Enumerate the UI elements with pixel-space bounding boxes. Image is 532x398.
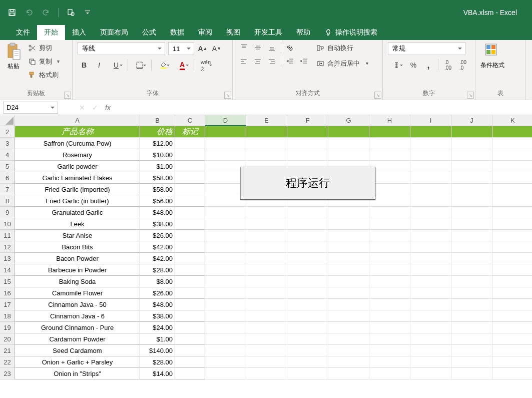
cell[interactable]: Bacon Bits bbox=[15, 241, 140, 253]
cell[interactable]: 产品名称 bbox=[15, 126, 140, 138]
col-header-J[interactable]: J bbox=[451, 115, 492, 126]
row-header[interactable]: 16 bbox=[0, 287, 15, 299]
tab-formulas[interactable]: 公式 bbox=[135, 25, 163, 40]
cell[interactable] bbox=[410, 356, 451, 368]
row-header[interactable]: 7 bbox=[0, 184, 15, 195]
paste-button[interactable]: 粘贴 bbox=[5, 42, 22, 71]
cell[interactable] bbox=[369, 126, 410, 138]
cell[interactable] bbox=[328, 333, 369, 345]
cell[interactable] bbox=[369, 264, 410, 276]
cell[interactable] bbox=[287, 264, 328, 276]
formula-input[interactable] bbox=[115, 102, 532, 114]
row-header[interactable]: 6 bbox=[0, 172, 15, 184]
cell[interactable] bbox=[451, 195, 492, 207]
cell[interactable] bbox=[205, 299, 246, 310]
cell[interactable] bbox=[369, 310, 410, 322]
cell[interactable]: Garlic Laminated Flakes bbox=[15, 172, 140, 184]
cell[interactable] bbox=[451, 356, 492, 368]
cell[interactable] bbox=[175, 149, 205, 161]
cell[interactable] bbox=[410, 172, 451, 184]
cell[interactable]: $58.00 bbox=[140, 184, 175, 195]
cell[interactable]: Cinnamon Java - 50 bbox=[15, 299, 140, 310]
font-name-select[interactable]: 等线 bbox=[78, 42, 165, 55]
cells[interactable]: 产品名称价格标记Saffron (Curcuma Pow)$12.00Rosem… bbox=[15, 126, 532, 379]
cell[interactable] bbox=[492, 149, 532, 161]
cell[interactable] bbox=[492, 333, 532, 345]
cell[interactable]: Cardamom Powder bbox=[15, 333, 140, 345]
cell[interactable] bbox=[175, 333, 205, 345]
cell[interactable] bbox=[205, 310, 246, 322]
tab-review[interactable]: 审阅 bbox=[191, 25, 219, 40]
save-icon[interactable] bbox=[5, 6, 19, 20]
row-header[interactable]: 3 bbox=[0, 138, 15, 149]
cell[interactable] bbox=[246, 310, 287, 322]
cell[interactable] bbox=[451, 333, 492, 345]
cell[interactable] bbox=[205, 207, 246, 218]
cell[interactable] bbox=[246, 287, 287, 299]
col-header-D[interactable]: D bbox=[205, 115, 246, 126]
underline-button[interactable]: U bbox=[108, 59, 125, 71]
cell[interactable] bbox=[175, 207, 205, 218]
align-left-icon[interactable] bbox=[238, 56, 250, 67]
cell[interactable] bbox=[369, 299, 410, 310]
cell[interactable]: 价格 bbox=[140, 126, 175, 138]
cell[interactable]: $1.00 bbox=[140, 161, 175, 172]
cell[interactable] bbox=[175, 356, 205, 368]
cell[interactable] bbox=[328, 276, 369, 287]
print-preview-icon[interactable] bbox=[64, 6, 78, 20]
col-header-H[interactable]: H bbox=[369, 115, 410, 126]
cell[interactable] bbox=[451, 310, 492, 322]
cell[interactable] bbox=[175, 172, 205, 184]
cell[interactable]: $28.00 bbox=[140, 356, 175, 368]
orientation-icon[interactable]: ab bbox=[284, 42, 296, 53]
cell[interactable]: Granulated Garlic bbox=[15, 207, 140, 218]
cell[interactable] bbox=[246, 299, 287, 310]
cell[interactable] bbox=[287, 322, 328, 333]
col-header-G[interactable]: G bbox=[328, 115, 369, 126]
tab-page-layout[interactable]: 页面布局 bbox=[93, 25, 135, 40]
cell[interactable] bbox=[410, 264, 451, 276]
cell[interactable] bbox=[451, 161, 492, 172]
cell[interactable] bbox=[369, 287, 410, 299]
col-header-C[interactable]: C bbox=[175, 115, 205, 126]
cell[interactable]: $26.00 bbox=[140, 287, 175, 299]
cell[interactable] bbox=[328, 264, 369, 276]
cell[interactable] bbox=[287, 345, 328, 356]
col-header-A[interactable]: A bbox=[15, 115, 140, 126]
cell[interactable] bbox=[246, 149, 287, 161]
cell[interactable]: $8.00 bbox=[140, 276, 175, 287]
cell[interactable] bbox=[205, 218, 246, 230]
cell[interactable] bbox=[492, 264, 532, 276]
tab-insert[interactable]: 插入 bbox=[65, 25, 93, 40]
cell[interactable]: Star Anise bbox=[15, 230, 140, 241]
cell[interactable] bbox=[287, 356, 328, 368]
cell[interactable] bbox=[410, 368, 451, 379]
tell-me[interactable]: 操作说明搜索 bbox=[317, 25, 384, 40]
cell[interactable]: Saffron (Curcuma Pow) bbox=[15, 138, 140, 149]
cell[interactable] bbox=[175, 253, 205, 264]
cell[interactable] bbox=[246, 138, 287, 149]
row-header[interactable]: 17 bbox=[0, 299, 15, 310]
cell[interactable]: Rosemary bbox=[15, 149, 140, 161]
row-header[interactable]: 21 bbox=[0, 345, 15, 356]
cell[interactable] bbox=[492, 172, 532, 184]
format-painter-button[interactable]: 格式刷 bbox=[26, 69, 63, 81]
col-header-F[interactable]: F bbox=[287, 115, 328, 126]
cell[interactable] bbox=[328, 345, 369, 356]
cell[interactable] bbox=[328, 253, 369, 264]
col-header-E[interactable]: E bbox=[246, 115, 287, 126]
cell[interactable] bbox=[287, 287, 328, 299]
bold-button[interactable]: B bbox=[78, 59, 91, 71]
cell[interactable] bbox=[287, 230, 328, 241]
cell[interactable] bbox=[451, 241, 492, 253]
cell[interactable] bbox=[369, 149, 410, 161]
copy-button[interactable]: 复制▼ bbox=[26, 56, 63, 67]
align-middle-icon[interactable] bbox=[252, 42, 264, 53]
cell[interactable]: Bacon Powder bbox=[15, 253, 140, 264]
macro-run-button[interactable]: 程序运行 bbox=[240, 167, 375, 200]
cell[interactable] bbox=[410, 322, 451, 333]
cell[interactable] bbox=[328, 230, 369, 241]
row-header[interactable]: 11 bbox=[0, 230, 15, 241]
cell[interactable] bbox=[492, 253, 532, 264]
cell[interactable]: $28.00 bbox=[140, 264, 175, 276]
